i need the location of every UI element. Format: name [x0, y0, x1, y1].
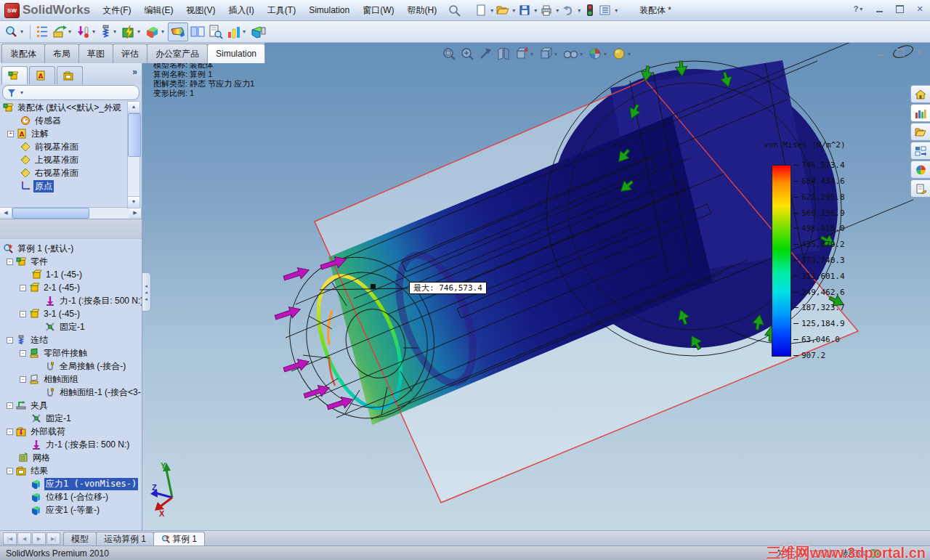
study-row-part3[interactable]: - 3-1 (-45-) [0, 307, 142, 320]
custom-properties-icon[interactable] [910, 179, 930, 198]
plot-tools-icon[interactable]: ▾ [225, 23, 248, 41]
tree-row-front-plane[interactable]: 前视基准面 [0, 140, 142, 153]
tab-evaluate[interactable]: 评估 [113, 44, 147, 63]
new-caret-icon[interactable]: ▾ [489, 7, 495, 14]
collapse-icon[interactable]: - [7, 337, 13, 344]
print-caret-icon[interactable]: ▾ [554, 7, 560, 14]
hide-show-items-icon[interactable]: ▾ [562, 46, 585, 62]
study-row-contact-set-1[interactable]: 相触面组-1 (-接合<3- [0, 386, 142, 399]
collapse-icon[interactable]: - [20, 285, 26, 291]
menu-file[interactable]: 文件(F) [96, 2, 137, 19]
graphics-viewport[interactable]: 模型名称: 装配体 算例名称: 算例 1 图解类型: 静态 节应力 应力1 变形… [142, 43, 930, 530]
tab-study1[interactable]: 算例 1 [153, 532, 205, 545]
file-explorer-icon[interactable] [910, 123, 930, 141]
options-icon[interactable] [598, 3, 612, 17]
scroll-up-icon[interactable]: ▲ [128, 102, 140, 113]
section-view-icon[interactable] [496, 46, 512, 62]
options-caret-icon[interactable]: ▾ [613, 7, 619, 14]
study-row-component-contact[interactable]: - 零部件接触 [0, 346, 142, 360]
tree-row-top-plane[interactable]: 上视基准面 [0, 153, 142, 166]
tree-filter-input[interactable]: ▾ [2, 85, 140, 100]
tree-vertical-scrollbar[interactable]: ▲ ▼ [127, 101, 140, 208]
study-row-displacement1[interactable]: 位移1 (-合位移-) [0, 490, 142, 503]
study-row-mesh[interactable]: 网格 [0, 451, 142, 464]
zoom-area-icon[interactable] [459, 46, 475, 62]
study-row-fixtures[interactable]: - 夹具 [0, 399, 142, 412]
edit-appearance-icon[interactable]: ▾ [587, 46, 609, 62]
collapse-icon[interactable]: - [20, 350, 26, 357]
tree-row-sensors[interactable]: 传感器 [0, 114, 142, 127]
expand-icon[interactable]: + [7, 131, 14, 137]
appearances-icon[interactable] [910, 161, 930, 179]
collapse-icon[interactable]: - [20, 376, 26, 383]
tab-assembly[interactable]: 装配体 [1, 44, 45, 63]
save-caret-icon[interactable]: ▾ [533, 7, 538, 14]
filter-caret-icon[interactable]: ▾ [19, 89, 25, 96]
resources-home-icon[interactable] [910, 85, 930, 103]
minimize-button[interactable] [872, 3, 886, 15]
apply-material-icon[interactable]: ▾ [51, 23, 74, 41]
panel-more-tabs-icon[interactable]: » [132, 67, 137, 77]
panel-splitter-handle[interactable]: ◂◂◂ [142, 272, 151, 312]
doc-restore-button[interactable] [894, 47, 907, 57]
undo-caret-icon[interactable]: ▾ [576, 7, 582, 14]
nav-last-icon[interactable]: ▶| [46, 532, 60, 545]
menu-window[interactable]: 窗口(W) [356, 2, 400, 19]
menu-edit[interactable]: 编辑(E) [138, 2, 180, 19]
scroll-right-icon[interactable]: ▶ [129, 208, 142, 219]
panel-divider[interactable] [0, 219, 142, 239]
details-list-icon[interactable] [34, 23, 50, 41]
report-icon[interactable] [207, 23, 225, 41]
study-row-strain1[interactable]: 应变1 (-等量-) [0, 503, 142, 516]
menu-help[interactable]: 帮助(H) [401, 2, 444, 19]
study-row-global-contact[interactable]: 全局接触 (-接合-) [0, 360, 142, 373]
nav-prev-icon[interactable]: ◀ [17, 532, 31, 545]
study-row-results[interactable]: - 结果 [0, 464, 142, 477]
tab-simulation[interactable]: Simulation [207, 44, 265, 63]
collapse-icon[interactable]: - [20, 311, 26, 317]
propertymanager-tab-icon[interactable] [29, 66, 55, 84]
tab-office-products[interactable]: 办公室产品 [147, 44, 208, 63]
previous-view-icon[interactable] [477, 46, 493, 62]
tab-model[interactable]: 模型 [63, 532, 97, 545]
search-icon[interactable] [448, 3, 462, 17]
tab-layout[interactable]: 布局 [44, 44, 79, 63]
doc-close-button[interactable]: ✕ [913, 47, 926, 57]
plot-results-icon[interactable] [168, 23, 188, 41]
study-row-part1[interactable]: 1-1 (-45-) [0, 268, 142, 281]
scroll-left-icon[interactable]: ◀ [0, 208, 12, 219]
nav-first-icon[interactable]: |◀ [3, 532, 17, 545]
view-palette-icon[interactable] [910, 142, 930, 160]
menu-view[interactable]: 视图(V) [180, 2, 222, 19]
run-study-icon[interactable]: ▾ [120, 23, 143, 41]
view-orientation-icon[interactable]: ▾ [514, 46, 535, 62]
study-row-root[interactable]: 算例 1 (-默认-) [0, 242, 142, 255]
results-advisor-icon[interactable]: ▾ [144, 23, 167, 41]
apply-scene-icon[interactable]: ▾ [611, 46, 633, 62]
study-row-external-loads[interactable]: - 外部载荷 [0, 425, 142, 438]
menu-insert[interactable]: 插入(I) [222, 2, 261, 19]
tree-row-root[interactable]: 装配体 (默认<<默认>_外观 [0, 101, 142, 114]
collapse-icon[interactable]: - [7, 402, 13, 409]
menu-simulation[interactable]: Simulation [302, 3, 356, 17]
display-style-icon[interactable]: ▾ [538, 46, 559, 62]
tree-row-right-plane[interactable]: 右视基准面 [0, 166, 142, 179]
print-icon[interactable] [539, 3, 554, 17]
tree-row-annotations[interactable]: + 注解 [0, 127, 142, 140]
configurationmanager-tab-icon[interactable] [57, 66, 83, 84]
study-row-fixed1[interactable]: 固定-1 [0, 320, 142, 333]
restore-button[interactable] [892, 3, 907, 15]
doc-minimize-button[interactable] [874, 47, 887, 57]
collapse-icon[interactable]: - [7, 429, 13, 435]
featuremanager-tab-icon[interactable] [1, 66, 28, 84]
collapse-icon[interactable]: - [7, 468, 13, 474]
study-row-fixed1b[interactable]: 固定-1 [0, 412, 142, 425]
study-row-connections[interactable]: - 连结 [0, 333, 142, 346]
close-button[interactable]: ✕ [913, 3, 927, 15]
undo-icon[interactable] [561, 3, 575, 17]
collapse-icon[interactable]: - [7, 259, 13, 265]
tree-row-origin[interactable]: 原点 [0, 179, 142, 192]
tab-sketch[interactable]: 草图 [78, 44, 113, 63]
design-library-icon[interactable] [910, 104, 930, 122]
study-row-contact-set[interactable]: - 相触面组 [0, 373, 142, 386]
